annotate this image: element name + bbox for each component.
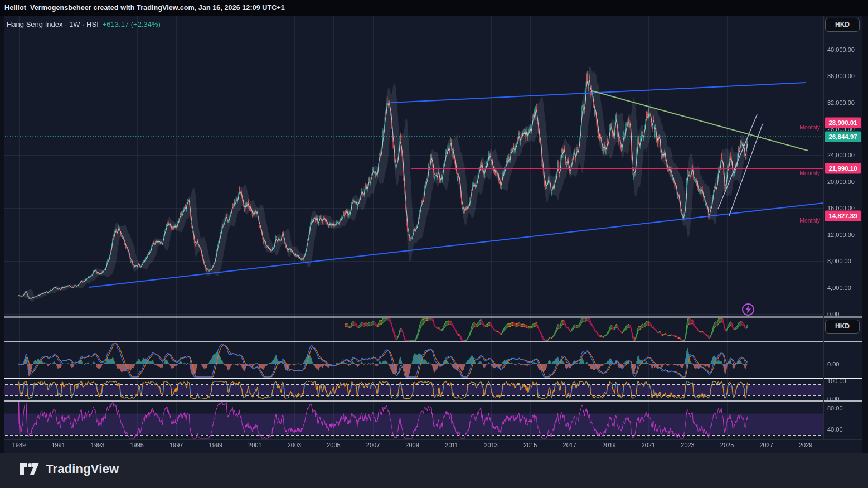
year-label[interactable]: 1993 <box>85 442 110 448</box>
price-tick: 40,000.00 <box>827 46 855 53</box>
tradingview-wordmark: TradingView <box>46 462 119 476</box>
year-label[interactable]: 1999 <box>203 442 228 448</box>
price-tick: 36,000.00 <box>827 73 855 79</box>
year-label[interactable]: 2025 <box>715 442 739 448</box>
price-tick: 8,000.00 <box>827 258 851 264</box>
chart-area: Hang Seng Index · 1W · HSI+613.17 (+2.34… <box>0 16 868 453</box>
price-tick: 32,000.00 <box>827 99 855 106</box>
symbol-legend[interactable]: Hang Seng Index · 1W · HSI+613.17 (+2.34… <box>7 20 161 28</box>
currency-badge-indicator[interactable]: HKD <box>825 320 860 334</box>
year-label[interactable]: 2021 <box>636 442 661 448</box>
tradingview-logo-icon <box>20 463 39 475</box>
price-tag-monthly-pivot: 28,900.01 <box>825 118 861 128</box>
price-tag-monthly-pivot: 21,990.10 <box>825 163 861 174</box>
rsi-tick: 40.00 <box>827 426 843 433</box>
year-label[interactable]: 2011 <box>439 442 464 448</box>
footer: TradingView <box>0 453 868 488</box>
lightning-icon <box>745 306 751 313</box>
tradingview-share-image: Helliot_Vermogensbeheer created with Tra… <box>0 0 868 488</box>
stoch-tick: 100.00 <box>827 378 846 384</box>
year-label[interactable]: 2015 <box>518 442 542 448</box>
monthly-level-label: Monthly <box>799 217 820 224</box>
chart-canvas[interactable] <box>0 16 868 453</box>
currency-badge-main[interactable]: HKD <box>825 18 860 32</box>
price-change: +613.17 (+2.34%) <box>103 20 161 28</box>
monthly-level-label: Monthly <box>799 124 820 131</box>
year-label[interactable]: 2013 <box>479 442 503 448</box>
year-label[interactable]: 2001 <box>243 442 267 448</box>
price-tag-monthly-pivot: 14,827.39 <box>825 211 861 221</box>
quick-trade-button[interactable] <box>742 303 754 316</box>
monthly-level-label: Monthly <box>799 170 820 176</box>
year-label[interactable]: 2003 <box>282 442 307 448</box>
symbol-title: Hang Seng Index · 1W · HSI <box>7 20 99 28</box>
year-label[interactable]: 2017 <box>557 442 582 448</box>
year-label[interactable]: 2023 <box>676 442 700 448</box>
right-margin <box>862 16 868 453</box>
left-margin <box>0 16 4 453</box>
price-tag-last-price: 26,844.97 <box>825 131 861 142</box>
year-label[interactable]: 1997 <box>164 442 188 448</box>
attribution-bar: Helliot_Vermogensbeheer created with Tra… <box>0 0 868 16</box>
year-label[interactable]: 2019 <box>597 442 621 448</box>
year-label[interactable]: 2009 <box>400 442 425 448</box>
attribution-text: Helliot_Vermogensbeheer created with Tra… <box>4 4 285 12</box>
price-tick: 0.00 <box>827 311 839 317</box>
price-tick: 12,000.00 <box>827 231 855 238</box>
year-label[interactable]: 2007 <box>361 442 385 448</box>
tradingview-brand[interactable]: TradingView <box>20 462 119 476</box>
year-label[interactable]: 1995 <box>125 442 149 448</box>
macd-tick: 0.00 <box>827 361 839 368</box>
year-label[interactable]: 1991 <box>46 442 71 448</box>
price-tick: 24,000.00 <box>827 152 855 158</box>
stoch-tick: 0.00 <box>827 395 839 402</box>
price-tick: 20,000.00 <box>827 178 855 185</box>
year-label[interactable]: 1989 <box>7 442 31 448</box>
rsi-tick: 80.00 <box>827 405 843 412</box>
year-label[interactable]: 2029 <box>793 442 818 448</box>
year-label[interactable]: 2005 <box>321 442 346 448</box>
price-tick: 4,000.00 <box>827 284 851 291</box>
year-label[interactable]: 2027 <box>754 442 779 448</box>
